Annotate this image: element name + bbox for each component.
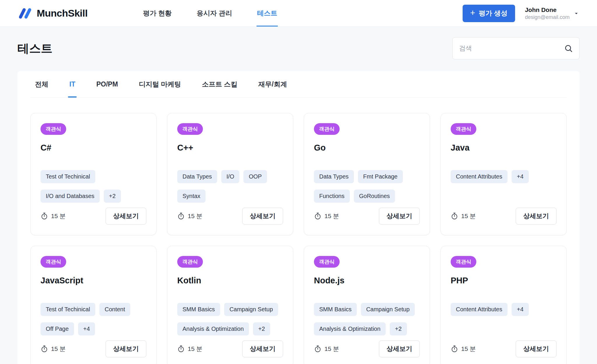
duration-text: 15 분 (324, 345, 339, 353)
card-footer: 15 분상세보기 (451, 340, 556, 357)
duration-text: 15 분 (324, 212, 339, 220)
skill-tag: Functions (314, 190, 350, 203)
card-title: PHP (451, 276, 556, 285)
create-assessment-button[interactable]: + 평가 생성 (463, 5, 515, 22)
nav-item-candidate-management[interactable]: 응시자 관리 (197, 0, 232, 26)
card-type-badge: 객관식 (41, 256, 66, 268)
user-email: design@email.com (525, 14, 570, 20)
card-title: Kotlin (177, 276, 283, 285)
card-type-badge: 객관식 (177, 123, 203, 135)
skill-tag: Data Types (314, 170, 354, 183)
card-type-badge: 객관식 (177, 256, 203, 268)
card-type-badge: 객관식 (451, 123, 476, 135)
card-duration: 15 분 (314, 345, 339, 353)
card-title: C++ (177, 143, 283, 153)
skill-tag: +4 (512, 303, 529, 316)
card-title: C# (41, 143, 146, 153)
detail-button[interactable]: 상세보기 (242, 208, 283, 225)
tab-po-pm[interactable]: PO/PM (96, 71, 118, 98)
user-name: John Done (525, 6, 570, 13)
skill-tag: SMM Basics (314, 303, 357, 316)
brand-name: MunchSkill (37, 8, 87, 19)
user-menu[interactable]: John Done design@email.com (525, 6, 580, 20)
skill-tag: Content (99, 303, 130, 316)
card-tags: Test of TechinicalI/O and Databases+2 (41, 170, 146, 203)
test-card-nodejs: 객관식Node.jsSMM BasicsCampaign SetupAnalys… (304, 246, 430, 364)
skill-tag: Off Page (41, 322, 74, 335)
page-title: 테스트 (17, 40, 52, 56)
skill-tag: Data Types (177, 170, 217, 183)
search-box (452, 37, 580, 59)
detail-button[interactable]: 상세보기 (516, 208, 556, 225)
search-input[interactable] (459, 45, 564, 52)
test-card-kotlin: 객관식KotlinSMM BasicsCampaign SetupAnalysi… (167, 246, 293, 364)
card-tags: SMM BasicsCampaign SetupAnalysis & Optim… (177, 303, 283, 335)
test-card-java: 객관식JavaContent Attributes+415 분상세보기 (440, 113, 567, 235)
page-head: 테스트 (0, 27, 597, 59)
stopwatch-icon (451, 212, 458, 220)
card-tags: Content Attributes+4 (451, 170, 556, 183)
stopwatch-icon (314, 345, 322, 353)
content-panel: 전체ITPO/PM디지털 마케팅소프트 스킬재무/회계 객관식C#Test of… (17, 71, 580, 364)
skill-tag: I/O (221, 170, 240, 183)
skill-tag: Content Attributes (451, 303, 508, 316)
card-duration: 15 분 (451, 345, 476, 353)
detail-button[interactable]: 상세보기 (242, 340, 283, 357)
detail-button[interactable]: 상세보기 (379, 208, 420, 225)
test-card-cpp: 객관식C++Data TypesI/OOOPSyntax15 분상세보기 (167, 113, 293, 235)
tab-finance-accounting[interactable]: 재무/회계 (258, 71, 287, 98)
card-footer: 15 분상세보기 (41, 340, 146, 357)
tab-it[interactable]: IT (69, 71, 75, 98)
card-footer: 15 분상세보기 (314, 340, 420, 357)
stopwatch-icon (41, 212, 48, 220)
card-duration: 15 분 (177, 345, 202, 353)
skill-tag: Content Attributes (451, 170, 508, 183)
stopwatch-icon (314, 212, 322, 220)
tab-digital-marketing[interactable]: 디지털 마케팅 (139, 71, 181, 98)
skill-tag: Analysis & Optimization (314, 322, 386, 335)
card-title: Java (451, 143, 556, 153)
card-tags: Data TypesFmt PackageFunctionsGoRoutines (314, 170, 420, 203)
test-card-javascript: 객관식JavaScriptTest of TechinicalContentOf… (30, 246, 157, 364)
card-footer: 15 분상세보기 (177, 340, 283, 357)
search-icon[interactable] (564, 44, 573, 53)
header-right: + 평가 생성 John Done design@email.com (463, 5, 580, 22)
skill-tag: Test of Techinical (41, 170, 95, 183)
skill-tag: +2 (253, 322, 270, 335)
card-duration: 15 분 (314, 212, 339, 220)
tab-all[interactable]: 전체 (35, 71, 48, 98)
duration-text: 15 분 (51, 345, 66, 353)
card-type-badge: 객관식 (314, 256, 340, 268)
nav-item-assessment-status[interactable]: 평가 현황 (143, 0, 171, 26)
skill-tag: I/O and Databases (41, 190, 100, 203)
skill-tag: +4 (78, 322, 95, 335)
card-footer: 15 분상세보기 (41, 208, 146, 225)
skill-tag: Campaign Setup (224, 303, 278, 316)
card-tags: SMM BasicsCampaign SetupAnalysis & Optim… (314, 303, 420, 335)
duration-text: 15 분 (188, 212, 202, 220)
skill-tag: OOP (243, 170, 267, 183)
detail-button[interactable]: 상세보기 (106, 340, 146, 357)
skill-tag: Fmt Package (358, 170, 403, 183)
duration-text: 15 분 (461, 212, 476, 220)
test-card-csharp: 객관식C#Test of TechinicalI/O and Databases… (30, 113, 157, 235)
stopwatch-icon (41, 345, 48, 353)
detail-button[interactable]: 상세보기 (106, 208, 146, 225)
test-card-php: 객관식PHPContent Attributes+415 분상세보기 (440, 246, 567, 364)
test-card-go: 객관식GoData TypesFmt PackageFunctionsGoRou… (304, 113, 430, 235)
stopwatch-icon (177, 345, 185, 353)
card-type-badge: 객관식 (41, 123, 66, 135)
card-duration: 15 분 (41, 212, 66, 220)
munchskill-logo-icon (17, 7, 33, 20)
card-type-badge: 객관식 (451, 256, 476, 268)
card-title: Node.js (314, 276, 420, 285)
nav-item-tests[interactable]: 테스트 (257, 0, 277, 26)
chevron-down-icon[interactable] (573, 10, 580, 17)
skill-tag: Analysis & Optimization (177, 322, 249, 335)
stopwatch-icon (451, 345, 458, 353)
detail-button[interactable]: 상세보기 (516, 340, 556, 357)
stopwatch-icon (177, 212, 185, 220)
detail-button[interactable]: 상세보기 (379, 340, 420, 357)
card-duration: 15 분 (41, 345, 66, 353)
tab-soft-skills[interactable]: 소프트 스킬 (202, 71, 237, 98)
